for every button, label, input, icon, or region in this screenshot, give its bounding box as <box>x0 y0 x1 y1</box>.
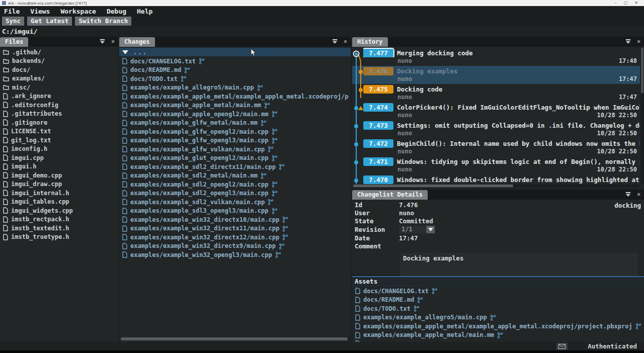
file-tree-item[interactable]: .editorconfig <box>0 101 118 110</box>
changed-file-row[interactable]: examples/example_win32_directx10/main.cp… <box>119 215 351 224</box>
file-tree-item[interactable]: imstb_truetype.h <box>0 233 118 242</box>
changed-file-row[interactable]: docs/CHANGELOG.txt <box>119 57 351 66</box>
changed-file-row[interactable]: examples/example_apple_metal/example_app… <box>119 92 351 101</box>
history-entry[interactable]: 7.475Docking codenuno17:47 <box>352 84 640 102</box>
get-latest-button[interactable]: Get Latest <box>27 17 72 26</box>
file-tree-item[interactable]: imgui_tables.cpp <box>0 198 118 207</box>
tab-changes[interactable]: Changes <box>119 37 155 47</box>
menu-item-debug[interactable]: Debug <box>107 8 132 15</box>
file-tree-item[interactable]: .ark_ignore <box>0 92 118 101</box>
asset-row[interactable]: examples/example_apple_metal/main.mm <box>352 331 644 340</box>
changed-file-row[interactable]: examples/example_sdl3_opengl3/main.cpp <box>119 207 351 216</box>
file-tree-item[interactable]: imgui_widgets.cpp <box>0 206 118 215</box>
changed-file-row[interactable]: examples/example_glfw_opengl2/main.cpp <box>119 127 351 136</box>
mail-icon[interactable] <box>556 343 568 350</box>
history-entry[interactable]: 7.476Docking examplesnuno17:47 <box>352 66 640 84</box>
changed-file-row[interactable]: examples/example_sdl2_opengl3/main.cpp <box>119 189 351 198</box>
file-tree-item[interactable]: imgui_demo.cpp <box>0 171 118 180</box>
file-tree-item[interactable]: .gitignore <box>0 118 118 127</box>
file-tree-item[interactable]: backends/ <box>0 57 118 66</box>
filter-icon[interactable] <box>99 38 106 45</box>
switch-branch-button[interactable]: Switch Branch <box>75 17 131 26</box>
history-entry[interactable]: 7.470Windows: fixed double-clicked borde… <box>352 174 640 184</box>
history-entry[interactable]: 7.477Merging docking codenuno17:48 <box>352 48 640 66</box>
file-tree-item[interactable]: imstb_textedit.h <box>0 224 118 233</box>
close-icon[interactable]: ✕ <box>110 38 116 45</box>
changed-file-row[interactable]: docs/README.md <box>119 66 351 75</box>
changes-horizontal-scrollbar[interactable] <box>120 337 350 340</box>
changed-file-row[interactable]: examples/example_sdl2_metal/main.mm <box>119 171 351 181</box>
changelist-id-badge[interactable]: 7.474 <box>363 103 393 112</box>
file-tree-item[interactable]: .gitattributes <box>0 110 118 119</box>
changed-file-row[interactable]: examples/example_glfw_metal/main.mm <box>119 119 351 128</box>
file-tree-item[interactable]: imconfig.h <box>0 145 118 154</box>
menu-item-workspace[interactable]: Workspace <box>60 8 101 15</box>
history-entry[interactable]: 7.471Windows: tidying up skipitems logic… <box>352 156 640 174</box>
file-tree-item[interactable]: misc/ <box>0 83 118 92</box>
chevron-down-icon[interactable] <box>426 226 435 233</box>
file-tree-item[interactable]: imgui_draw.cpp <box>0 180 118 189</box>
menu-item-views[interactable]: Views <box>30 8 55 15</box>
asset-row[interactable]: docs/README.md <box>352 296 644 305</box>
history-vertical-scrollbar[interactable] <box>640 48 644 184</box>
asset-row[interactable]: docs/CHANGELOG.txt <box>352 287 644 296</box>
tab-history[interactable]: History <box>352 37 388 47</box>
asset-row[interactable]: examples/example_allegro5/main.cpp <box>352 313 644 322</box>
changelist-id-badge[interactable]: 7.470 <box>363 175 393 184</box>
tab-changelist-details[interactable]: Changelist Details <box>352 190 428 200</box>
changelist-id-badge[interactable]: 7.475 <box>363 85 393 94</box>
changed-file-row[interactable]: examples/example_win32_directx12/main.cp… <box>119 233 351 242</box>
changed-file-row[interactable]: examples/example_win32_opengl3/main.cpp <box>119 250 351 259</box>
file-tree-item[interactable]: imgui.cpp <box>0 153 118 162</box>
file-tree-item[interactable]: LICENSE.txt <box>0 127 118 136</box>
changed-file-row[interactable]: examples/example_glfw_vulkan/main.cpp <box>119 145 351 154</box>
file-tree-item[interactable]: examples/ <box>0 74 118 83</box>
file-tree-item[interactable]: git_log.txt <box>0 136 118 145</box>
file-tree-item[interactable]: imstb_rectpack.h <box>0 215 118 224</box>
history-entry[interactable]: 7.473Settings: omit outputing Collapsed=… <box>352 120 640 138</box>
close-button[interactable]: ✕ <box>634 1 638 5</box>
changed-file-row[interactable]: examples/example_apple_metal/main.mm <box>119 101 351 110</box>
minimize-button[interactable]: – <box>614 1 616 5</box>
close-icon[interactable]: ✕ <box>635 38 642 45</box>
filter-icon[interactable] <box>625 38 631 45</box>
expand-triangle-icon[interactable] <box>122 50 128 54</box>
filter-icon[interactable] <box>332 38 338 45</box>
revision-dropdown[interactable]: 1/1 <box>399 226 435 233</box>
tab-files[interactable]: Files <box>0 37 28 47</box>
history-horizontal-scrollbar[interactable] <box>353 185 639 187</box>
changed-file-row[interactable]: examples/example_glut_opengl2/main.cpp <box>119 154 351 163</box>
menu-item-file[interactable]: File <box>4 8 25 15</box>
sync-button[interactable]: Sync <box>2 17 24 26</box>
history-entry[interactable]: 7.474ColorPicker4(): Fixed ImGuiColorEdi… <box>352 102 640 120</box>
history-entry[interactable]: 7.472BeginChild(): Internal name used by… <box>352 138 640 156</box>
changed-file-row[interactable]: examples/example_win32_directx9/main.cpp <box>119 242 351 251</box>
file-tree-item[interactable]: imgui.h <box>0 162 118 171</box>
close-icon[interactable]: ✕ <box>342 38 349 45</box>
changed-file-row[interactable]: examples/example_sdl2_directx11/main.cpp <box>119 162 351 171</box>
changelist-id-badge[interactable]: 7.472 <box>363 139 393 148</box>
changelist-id-badge[interactable]: 7.476 <box>363 67 393 75</box>
close-icon[interactable]: ✕ <box>635 191 642 198</box>
maximize-button[interactable]: ▢ <box>624 1 628 5</box>
changelist-id-badge[interactable]: 7.477 <box>363 49 393 57</box>
changed-file-row[interactable]: examples/example_sdl2_vulkan/main.cpp <box>119 198 351 207</box>
file-tree-item[interactable]: docs/ <box>0 65 118 74</box>
changed-file-row[interactable]: examples/example_glfw_opengl3/main.cpp <box>119 136 351 145</box>
changelist-id-badge[interactable]: 7.471 <box>363 157 393 166</box>
changelist-id-badge[interactable]: 7.473 <box>363 121 393 130</box>
changed-file-row[interactable]: examples/example_win32_directx11/main.cp… <box>119 224 351 233</box>
changed-file-row[interactable]: examples/example_sdl2_opengl2/main.cpp <box>119 180 351 189</box>
changed-file-row[interactable]: examples/example_apple_opengl2/main.mm <box>119 110 351 119</box>
file-tree-item[interactable]: imgui_internal.h <box>0 189 118 198</box>
file-tree-item[interactable]: .github/ <box>0 48 118 57</box>
menu-item-help[interactable]: Help <box>137 8 158 15</box>
asset-row[interactable]: docs/TODO.txt <box>352 304 644 313</box>
file-icon <box>3 234 8 240</box>
changed-file-row[interactable]: examples/example_allegro5/main.cpp <box>119 83 351 93</box>
changed-file-row[interactable]: docs/TODO.txt <box>119 74 351 83</box>
file-name: .editorconfig <box>11 102 58 109</box>
asset-row[interactable]: examples/example_apple_metal/example_app… <box>352 322 644 331</box>
changes-root-row[interactable]: ... <box>119 48 351 56</box>
filter-icon[interactable] <box>625 191 631 198</box>
